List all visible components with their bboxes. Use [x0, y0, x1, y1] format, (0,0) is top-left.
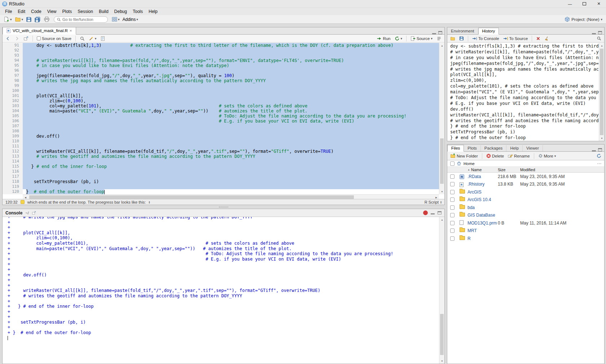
select-all-checkbox[interactable] — [450, 161, 454, 166]
code-line-94[interactable]: 94 # writeRaster(evi[[k]], filename=past… — [3, 58, 439, 63]
run-button[interactable]: Run — [375, 36, 392, 41]
column-name[interactable]: ▲Name — [467, 168, 498, 172]
console-prompt-line[interactable] — [8, 336, 439, 341]
code-line-93[interactable]: 93 — [3, 53, 439, 58]
code-text[interactable] — [23, 184, 439, 189]
tab-help[interactable]: Help — [506, 145, 523, 151]
file-name-link[interactable]: ArcGIS — [467, 190, 498, 195]
breadcrumb-more-button[interactable]: ⋯ — [597, 161, 601, 166]
back-button[interactable] — [4, 36, 12, 41]
file-row[interactable]: ArcGIS — [447, 188, 604, 196]
scope-message[interactable]: which ends at the end of the loop. The p… — [27, 200, 146, 204]
menu-tools[interactable]: Tools — [130, 8, 146, 15]
to-source-button[interactable]: To Source — [502, 36, 530, 41]
code-line-112[interactable]: 112 writeRaster(VCI_all[[k]], filename=p… — [3, 149, 439, 154]
editor-tab[interactable]: R VCI_with_cloud_mask_final.R × — [3, 27, 76, 35]
history-entry[interactable]: } # end of the inner for-loop — [450, 124, 599, 129]
file-row[interactable]: R.Rhistory13.8 KBMay 23, 2016, 9:35 AM — [447, 181, 604, 188]
code-line-115[interactable]: 115 } # end of the inner for-loop — [3, 164, 439, 169]
code-line-120[interactable]: 120} # end of the outer for-loop — [3, 189, 439, 194]
code-text[interactable] — [23, 48, 439, 53]
code-line-108[interactable]: 108 — [3, 129, 439, 134]
source-on-save-checkbox[interactable]: Source on Save — [35, 36, 73, 41]
code-line-119[interactable]: 119 — [3, 184, 439, 189]
tab-environment[interactable]: Environment — [447, 28, 478, 34]
menu-build[interactable]: Build — [96, 8, 111, 15]
maximize-pane-icon[interactable] — [598, 148, 602, 151]
code-text[interactable]: plot(VCI_all[[k]], — [23, 93, 439, 98]
file-type-selector-icon[interactable]: ▴▾ — [440, 201, 442, 204]
new-file-button[interactable]: ▾ — [2, 16, 13, 23]
file-row[interactable]: R — [447, 235, 604, 243]
find-replace-button[interactable] — [78, 36, 86, 41]
file-name-link[interactable]: R — [467, 236, 498, 241]
tab-packages[interactable]: Packages — [481, 145, 507, 151]
code-text[interactable]: } # end of the inner for-loop — [23, 164, 439, 169]
code-line-103[interactable]: 103 col=my_palette(101), # sets the colo… — [3, 103, 439, 108]
menu-view[interactable]: View — [44, 8, 60, 15]
code-line-92[interactable]: 92 — [3, 48, 439, 53]
history-entry[interactable]: # writes the jpg maps and names the file… — [450, 67, 599, 72]
print-button[interactable] — [43, 16, 51, 23]
minimize-pane-icon[interactable] — [592, 31, 596, 34]
code-line-117[interactable]: 117 — [3, 174, 439, 179]
file-row[interactable]: R.RData218.6 MBMay 23, 2016, 9:35 AM — [447, 173, 604, 181]
file-name-link[interactable]: .Rhistory — [467, 182, 498, 187]
code-text[interactable] — [23, 159, 439, 164]
maximize-pane-icon[interactable] — [598, 31, 602, 34]
code-line-91[interactable]: 91 doy <- substr(fls[k],1,3) # extractin… — [3, 43, 439, 48]
file-row[interactable]: bda — [447, 204, 604, 212]
history-entry[interactable]: zlim=c(0,100), — [450, 78, 599, 84]
project-selector[interactable]: Project: (None) ▾ — [565, 17, 604, 22]
history-entry[interactable]: jpeg(filename=paste(fold_jpg,"/",doy,"_"… — [450, 61, 599, 67]
panes-layout-button[interactable]: ▾ — [111, 16, 121, 23]
scroll-up-icon[interactable]: ▲ — [599, 43, 605, 48]
code-text[interactable] — [23, 144, 439, 149]
tab-viewer[interactable]: Viewer — [523, 145, 543, 151]
tab-history[interactable]: History — [478, 28, 499, 35]
scroll-down-icon[interactable]: ▼ — [439, 189, 444, 194]
delete-file-button[interactable]: Delete — [485, 153, 505, 159]
scroll-down-icon[interactable]: ▼ — [599, 136, 605, 141]
code-line-113[interactable]: 113 # writes the geotiff and automizes t… — [3, 154, 439, 159]
goto-file-input[interactable] — [62, 17, 105, 22]
menu-edit[interactable]: Edit — [15, 8, 28, 15]
code-text[interactable]: # in case you would like to have Envi fi… — [23, 63, 439, 68]
code-line-102[interactable]: 102 zlim=c(0,100), — [3, 98, 439, 103]
file-type-label[interactable]: R Script — [425, 200, 439, 204]
clear-history-button[interactable] — [543, 36, 551, 41]
code-line-116[interactable]: 116 — [3, 169, 439, 174]
checkbox-icon[interactable] — [37, 36, 41, 40]
code-text[interactable] — [23, 169, 439, 174]
history-entry[interactable]: } # end of the outer for-loop — [450, 135, 599, 141]
code-line-104[interactable]: 104 main=paste("VCI"," (EVI)"," Guatemal… — [3, 108, 439, 114]
file-checkbox[interactable] — [450, 174, 454, 179]
code-text[interactable] — [23, 53, 439, 58]
history-entry[interactable]: # in case you would like to have Envi fi… — [450, 55, 599, 61]
remove-entries-button[interactable] — [535, 36, 542, 41]
history-entry[interactable]: # ToDo: Adjust the file naming according… — [450, 95, 599, 101]
code-text[interactable] — [23, 129, 439, 134]
code-text[interactable]: } # end of the outer for-loop — [23, 189, 439, 194]
file-checkbox[interactable] — [450, 182, 454, 186]
forward-button[interactable] — [13, 36, 21, 41]
column-size[interactable]: Size — [498, 168, 520, 172]
scrollbar-thumb[interactable] — [440, 314, 444, 355]
file-row[interactable]: MRT — [447, 227, 604, 235]
menu-session[interactable]: Session — [75, 8, 96, 15]
code-text[interactable] — [23, 174, 439, 179]
code-text[interactable]: main=paste("VCI"," (EVI)"," Guatemala ",… — [23, 108, 439, 114]
code-text[interactable]: doy <- substr(fls[k],1,3) # extracting t… — [23, 43, 439, 48]
code-text[interactable]: writeRaster(VCI_all[[k]], filename=paste… — [23, 149, 439, 154]
maximize-pane-icon[interactable] — [438, 31, 442, 34]
interrupt-r-button[interactable] — [423, 210, 428, 215]
code-line-96[interactable]: 96 — [3, 68, 439, 73]
menu-code[interactable]: Code — [28, 8, 44, 15]
menu-file[interactable]: File — [2, 8, 15, 15]
tab-plots[interactable]: Plots — [464, 145, 481, 151]
code-text[interactable]: setTxtProgressBar (pb, i) — [23, 179, 439, 184]
menu-plots[interactable]: Plots — [60, 8, 75, 15]
code-text[interactable]: jpeg(filename=paste(fold_jpg,"/",doy,"_"… — [23, 73, 439, 78]
scroll-up-icon[interactable]: ▲ — [439, 43, 444, 48]
code-text[interactable]: # writes the jpg maps and names the file… — [23, 78, 439, 83]
